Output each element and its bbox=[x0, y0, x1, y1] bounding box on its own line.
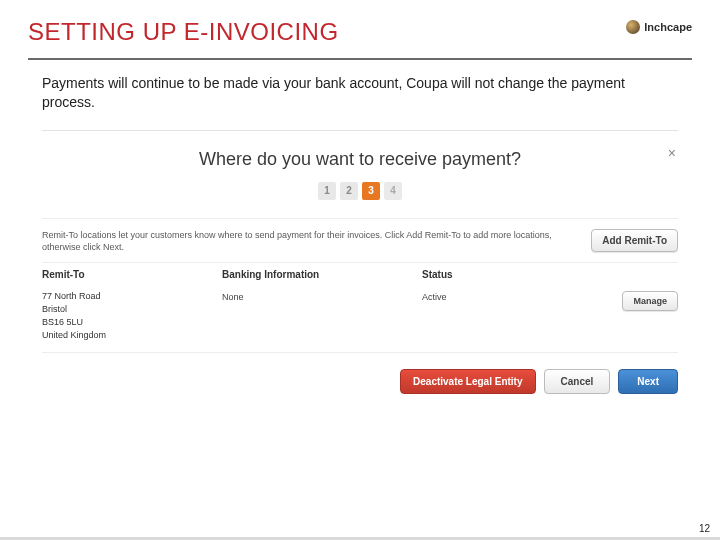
step-1: 1 bbox=[318, 182, 336, 200]
remit-address: 77 North Road Bristol BS16 5LU United Ki… bbox=[42, 290, 222, 342]
payment-modal: × Where do you want to receive payment? … bbox=[42, 130, 678, 394]
col-banking: Banking Information bbox=[222, 269, 422, 280]
page-title: SETTING UP E-INVOICING bbox=[28, 18, 692, 46]
cancel-button[interactable]: Cancel bbox=[544, 369, 611, 394]
brand-logo: Inchcape bbox=[626, 20, 692, 34]
addr-line-1: 77 North Road bbox=[42, 290, 222, 303]
modal-title: Where do you want to receive payment? bbox=[42, 149, 678, 170]
status-value: Active bbox=[422, 290, 608, 342]
col-status: Status bbox=[422, 269, 608, 280]
deactivate-button[interactable]: Deactivate Legal Entity bbox=[400, 369, 535, 394]
add-remit-to-button[interactable]: Add Remit-To bbox=[591, 229, 678, 252]
banking-value: None bbox=[222, 290, 422, 342]
brand-name: Inchcape bbox=[644, 21, 692, 33]
manage-button[interactable]: Manage bbox=[622, 291, 678, 311]
table-header: Remit-To Banking Information Status bbox=[42, 262, 678, 286]
next-button[interactable]: Next bbox=[618, 369, 678, 394]
addr-line-2: Bristol bbox=[42, 303, 222, 316]
modal-footer: Deactivate Legal Entity Cancel Next bbox=[42, 353, 678, 394]
step-4: 4 bbox=[384, 182, 402, 200]
step-3: 3 bbox=[362, 182, 380, 200]
globe-icon bbox=[626, 20, 640, 34]
table-row: 77 North Road Bristol BS16 5LU United Ki… bbox=[42, 286, 678, 353]
addr-line-3: BS16 5LU bbox=[42, 316, 222, 329]
page-number: 12 bbox=[699, 523, 710, 534]
addr-line-4: United Kingdom bbox=[42, 329, 222, 342]
step-2: 2 bbox=[340, 182, 358, 200]
col-remit-to: Remit-To bbox=[42, 269, 222, 280]
helper-text: Remit-To locations let your customers kn… bbox=[42, 229, 577, 254]
intro-text: Payments will continue to be made via yo… bbox=[0, 60, 720, 130]
step-indicator: 1 2 3 4 bbox=[42, 182, 678, 200]
close-icon[interactable]: × bbox=[668, 145, 676, 161]
